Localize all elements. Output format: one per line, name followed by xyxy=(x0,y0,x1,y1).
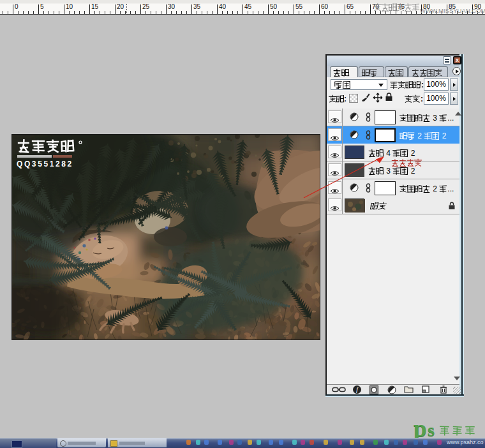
svg-text:QQ3551282: QQ3551282 xyxy=(17,160,73,168)
